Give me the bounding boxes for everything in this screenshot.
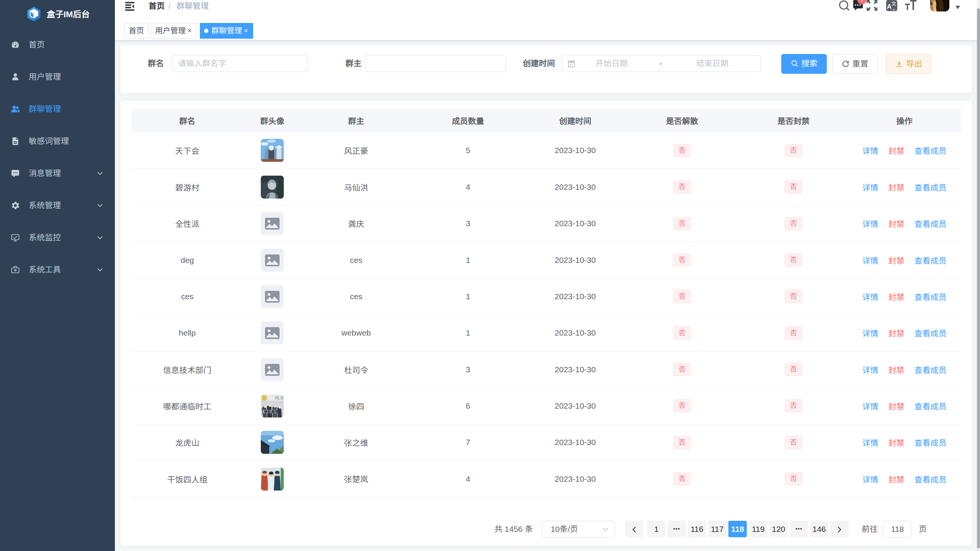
- svg-text:文: 文: [892, 0, 897, 7]
- svg-text:A: A: [887, 3, 892, 10]
